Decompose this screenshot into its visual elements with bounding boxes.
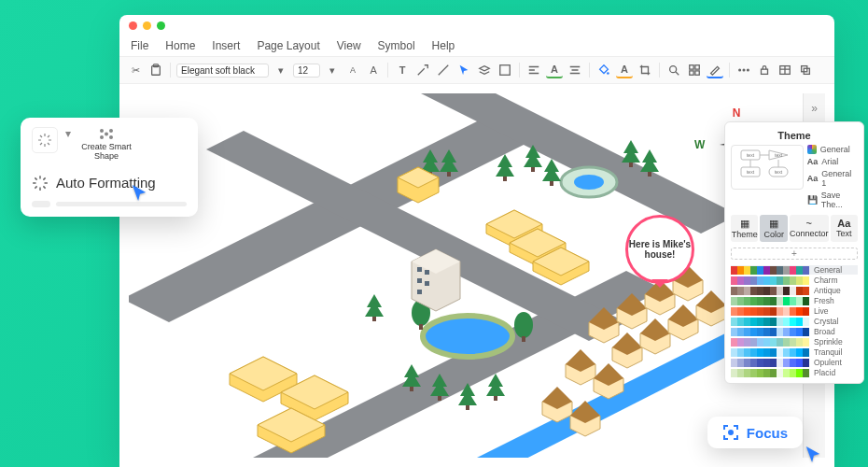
swatch-row[interactable]: Opulent [731, 358, 858, 367]
text-fill-icon[interactable]: A [546, 62, 563, 78]
menubar: File Home Insert Page Layout View Symbol… [119, 35, 834, 56]
swatch-name: Placid [814, 368, 835, 377]
swatch-name: General [814, 265, 842, 275]
pen-icon[interactable] [707, 62, 723, 78]
text-color-icon[interactable]: A [616, 62, 633, 78]
menu-page-layout[interactable]: Page Layout [257, 39, 319, 52]
svg-rect-58 [410, 387, 413, 391]
canvas[interactable]: N S E W Here is Mike's house! » ▦ ◇ ❐ ▭ … [129, 93, 825, 458]
align-left-icon[interactable] [525, 62, 542, 78]
paste-icon[interactable] [147, 62, 164, 78]
svg-marker-38 [524, 152, 542, 167]
focus-label: Focus [747, 425, 788, 441]
spark-icon[interactable] [32, 127, 58, 153]
swatch-row[interactable]: Fresh [731, 296, 858, 305]
menu-home[interactable]: Home [165, 39, 195, 52]
add-theme-button[interactable]: + [731, 248, 858, 260]
tab-color[interactable]: ▦Color [760, 215, 787, 242]
swatch-row[interactable]: Sprinkle [731, 337, 858, 347]
swatch-name: Sprinkle [814, 337, 843, 347]
swatch-row[interactable]: Charm [731, 276, 858, 285]
focus-button[interactable]: Focus [707, 417, 803, 448]
maximize-icon[interactable] [157, 21, 165, 30]
increase-size-icon[interactable]: A [365, 62, 382, 78]
swatch-name: Live [814, 306, 829, 316]
table-icon[interactable] [777, 62, 793, 78]
svg-point-121 [100, 129, 104, 133]
callout-text: Here is Mike's house! [628, 239, 692, 261]
decrease-size-icon[interactable]: A [344, 62, 361, 78]
tab-connector[interactable]: ~Connector [790, 215, 829, 242]
tab-text[interactable]: AaText [831, 215, 858, 242]
svg-point-54 [514, 312, 533, 338]
rail-expand-icon[interactable]: » [807, 101, 822, 116]
minimize-icon[interactable] [143, 21, 151, 30]
swatch-name: Opulent [814, 358, 842, 367]
svg-point-125 [105, 133, 108, 136]
grid-icon[interactable] [686, 62, 703, 78]
svg-rect-53 [419, 324, 423, 330]
theme-panel[interactable]: Theme text text text text General AaAria… [724, 121, 864, 384]
close-icon[interactable] [129, 21, 137, 30]
menu-insert[interactable]: Insert [212, 39, 240, 52]
svg-text:text: text [775, 152, 783, 158]
swatch-row[interactable]: Live [731, 306, 858, 316]
svg-point-123 [100, 135, 104, 139]
zoom-icon[interactable] [665, 62, 682, 78]
auto-format-popover: ▾ Create Smart Shape Auto Formatting [21, 118, 198, 217]
svg-rect-84 [417, 267, 422, 272]
lock-icon[interactable] [756, 62, 773, 78]
create-smart-shape-button[interactable]: Create Smart Shape [78, 127, 134, 162]
titlebar [119, 15, 834, 35]
menu-view[interactable]: View [337, 39, 361, 52]
compass-n: N [733, 106, 741, 120]
bold-icon[interactable]: T [394, 62, 411, 78]
menu-help[interactable]: Help [432, 39, 455, 52]
send-back-icon[interactable] [797, 62, 814, 78]
svg-rect-8 [695, 71, 699, 75]
chevron-down-icon[interactable]: ▾ [273, 62, 289, 78]
svg-rect-88 [417, 290, 422, 294]
callout-bubble[interactable]: Here is Mike's house! [625, 215, 694, 284]
tab-theme[interactable]: ▦Theme [731, 215, 758, 242]
font-size-select[interactable]: 12 [293, 64, 320, 78]
crop-icon[interactable] [637, 62, 653, 78]
swatch-name: Charm [814, 276, 838, 285]
swatch-row[interactable]: Crystal [731, 317, 858, 326]
svg-rect-67 [494, 396, 497, 401]
svg-point-4 [670, 66, 677, 73]
swatch-list: GeneralCharmAntiqueFreshLiveCrystalBroad… [731, 265, 858, 377]
connector-icon[interactable] [414, 62, 431, 78]
svg-rect-12 [762, 69, 768, 74]
chevron-down-icon[interactable]: ▾ [324, 62, 341, 78]
fill-icon[interactable] [595, 62, 612, 78]
more-icon[interactable] [735, 62, 752, 78]
slider[interactable] [32, 201, 187, 207]
svg-text:text: text [747, 169, 755, 175]
shapes-icon[interactable] [497, 62, 513, 78]
svg-point-27 [574, 175, 604, 190]
line-icon[interactable] [435, 62, 452, 78]
font-select[interactable]: Elegant soft black [176, 64, 269, 78]
swatch-row[interactable]: Tranquil [731, 347, 858, 357]
theme-preview: text text text text [731, 145, 804, 190]
menu-file[interactable]: File [131, 39, 148, 52]
pointer-icon[interactable] [455, 62, 472, 78]
spark-icon [32, 175, 49, 191]
layers-icon[interactable] [476, 62, 493, 78]
svg-rect-33 [447, 172, 451, 177]
cut-icon[interactable]: ✂︎ [127, 62, 144, 78]
svg-rect-55 [522, 336, 525, 342]
svg-rect-87 [425, 281, 429, 286]
swatch-row[interactable]: General [731, 265, 858, 275]
align-center-icon[interactable] [567, 62, 583, 78]
swatch-row[interactable]: Antique [731, 286, 858, 295]
cursor-icon [805, 445, 821, 463]
menu-symbol[interactable]: Symbol [378, 39, 415, 52]
svg-point-126 [729, 431, 733, 434]
swatch-row[interactable]: Placid [731, 368, 858, 377]
swatch-row[interactable]: Broad [731, 327, 858, 336]
svg-rect-51 [372, 317, 376, 321]
svg-marker-47 [640, 157, 659, 172]
svg-point-25 [423, 316, 512, 357]
